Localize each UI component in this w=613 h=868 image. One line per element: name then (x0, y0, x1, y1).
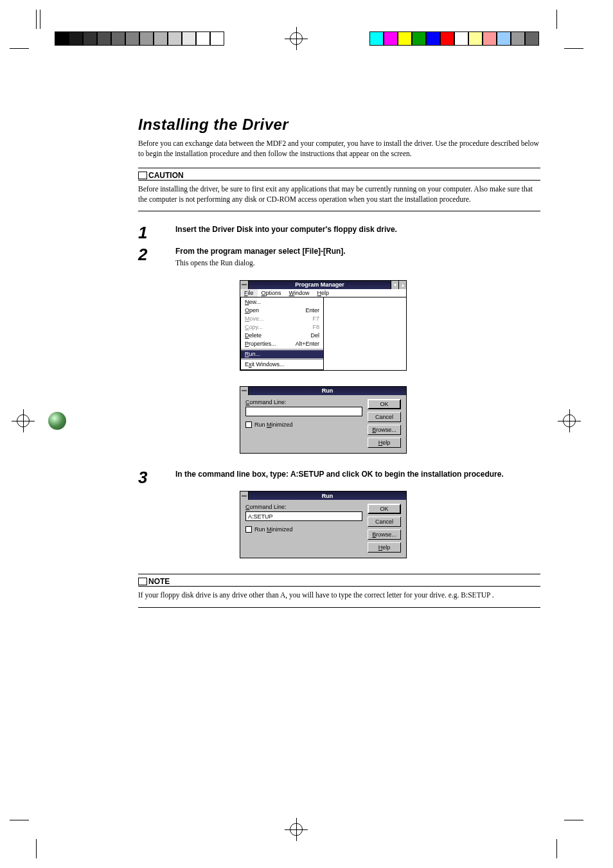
system-menu-icon (240, 281, 249, 289)
decorative-ball-icon (48, 412, 66, 430)
checkbox-icon (245, 526, 252, 533)
note-icon (138, 578, 147, 585)
divider (138, 168, 540, 168)
screenshot-program-manager: Program Manager ▾▴ File Options Window H… (240, 280, 540, 371)
crop-mark (36, 839, 37, 858)
caution-body: Before installing the driver, be sure to… (138, 181, 540, 211)
file-menu-dropdown: New... OpenEnter Move...F7 Copy...F8 Del… (240, 297, 324, 370)
note-block: NOTE (138, 577, 540, 586)
checkbox-icon (245, 421, 252, 428)
step-title: Insert the Driver Disk into your compute… (175, 224, 540, 235)
step-title: From the program manager select [File]-[… (175, 246, 540, 256)
crop-mark (556, 10, 557, 29)
step-number: 3 (138, 466, 147, 489)
ok-button: OK (368, 504, 401, 514)
menu-item-open: OpenEnter (241, 306, 323, 315)
color-swatches-right (369, 31, 539, 46)
crop-mark (564, 48, 583, 49)
menu-options: Options (258, 289, 285, 297)
page-title: Installing the Driver (138, 116, 540, 134)
minimize-icon: ▾ (391, 281, 398, 289)
menu-item-copy: Copy...F8 (241, 323, 323, 332)
step-3: 3 In the command line box, type: A:SETUP… (138, 469, 540, 479)
window-title: Program Manager (249, 281, 391, 288)
menu-item-delete: DeleteDel (241, 332, 323, 340)
registration-mark-bottom (285, 818, 308, 841)
note-body: If your floppy disk drive is any drive o… (138, 587, 540, 607)
cancel-button: Cancel (368, 412, 401, 422)
step-2: 2 From the program manager select [File]… (138, 246, 540, 269)
page-content: Installing the Driver Before you can exc… (138, 116, 540, 608)
help-button: Help (368, 542, 401, 553)
registration-mark-left (12, 409, 35, 432)
command-line-label: Command Line: (245, 399, 362, 405)
step-number: 1 (138, 222, 147, 244)
system-menu-icon (240, 387, 249, 395)
caution-block: CAUTION (138, 171, 540, 180)
crop-mark (10, 820, 29, 820)
step-list: 1 Insert the Driver Disk into your compu… (138, 224, 540, 558)
window-title: Run (249, 493, 406, 499)
step-title: In the command line box, type: A:SETUP a… (175, 469, 540, 479)
menu-help: Help (314, 289, 333, 297)
crop-mark (36, 10, 37, 29)
note-label: NOTE (148, 577, 170, 586)
system-menu-icon (240, 492, 249, 500)
step-number: 2 (138, 244, 147, 266)
color-swatches-left (55, 31, 224, 46)
screenshot-run-dialog-filled: Run Command Line: Run Minimized OK Cance… (240, 491, 540, 558)
menu-file: File (240, 289, 258, 297)
cancel-button: Cancel (368, 517, 401, 527)
menu-item-new: New... (241, 298, 323, 306)
crop-mark (564, 820, 583, 820)
crop-mark (10, 48, 29, 49)
screenshot-run-dialog-empty: Run Command Line: Run Minimized OK Cance… (240, 386, 540, 454)
crop-mark (556, 839, 557, 858)
command-line-input (245, 511, 362, 521)
menu-item-run: Run... (241, 350, 323, 359)
maximize-icon: ▴ (398, 281, 406, 289)
run-minimized-checkbox: Run Minimized (245, 421, 362, 428)
run-minimized-checkbox: Run Minimized (245, 526, 362, 533)
caution-label: CAUTION (148, 171, 184, 180)
menu-window: Window (285, 289, 314, 297)
command-line-input (245, 407, 362, 416)
menu-item-move: Move...F7 (241, 315, 323, 323)
command-line-label: Command Line: (245, 504, 362, 510)
help-button: Help (368, 438, 401, 448)
intro-text: Before you can exchange data between the… (138, 139, 540, 159)
step-1: 1 Insert the Driver Disk into your compu… (138, 224, 540, 235)
caution-icon (138, 172, 147, 179)
browse-button: Browse... (368, 529, 401, 540)
browse-button: Browse... (368, 425, 401, 435)
menu-item-exit: Exit Windows... (241, 360, 323, 369)
window-title: Run (249, 387, 406, 394)
divider (138, 607, 540, 608)
step-body: This opens the Run dialog. (175, 259, 255, 267)
divider (138, 211, 540, 211)
registration-mark-right (558, 409, 581, 432)
divider (138, 574, 540, 574)
ok-button: OK (368, 399, 401, 409)
registration-mark-top (285, 27, 308, 50)
crop-mark (40, 10, 40, 29)
menu-bar: File Options Window Help (240, 289, 406, 297)
menu-item-properties: Properties...Alt+Enter (241, 340, 323, 348)
